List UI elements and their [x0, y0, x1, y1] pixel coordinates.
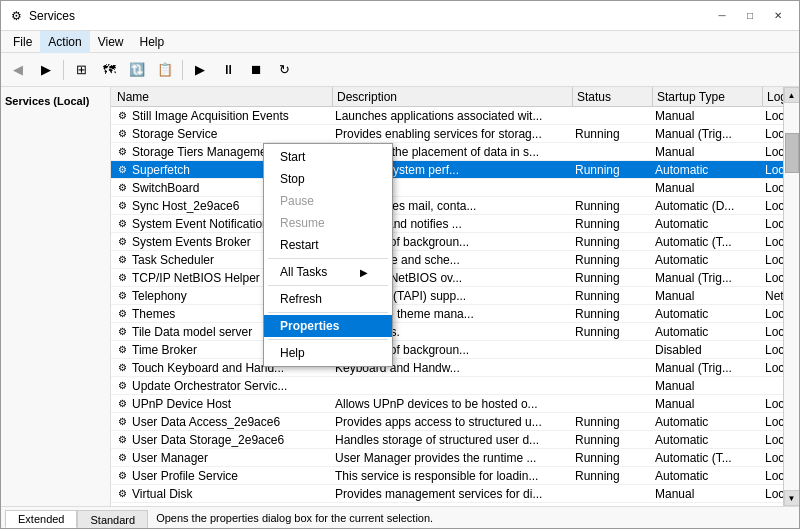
status-bar: Extended Standard Opens the properties d…: [1, 506, 799, 528]
table-row[interactable]: ⚙ TCP/IP NetBIOS Helper ort for the NetB…: [111, 269, 783, 287]
table-row[interactable]: ⚙ Time Broker execution of backgroun... …: [111, 341, 783, 359]
toolbar-stop-button[interactable]: ⏹: [243, 57, 269, 83]
table-row[interactable]: ⚙ Virtual Disk Provides management servi…: [111, 485, 783, 503]
col-desc[interactable]: Description: [333, 87, 573, 106]
scroll-thumb[interactable]: [785, 133, 799, 173]
cell-status: Running: [571, 287, 651, 304]
table-row[interactable]: ⚙ User Profile Service This service is r…: [111, 467, 783, 485]
context-menu-separator: [268, 258, 388, 259]
context-menu-item-stop[interactable]: Stop: [264, 168, 392, 190]
cell-logon: Local Syste...: [761, 161, 783, 178]
context-menu-separator: [268, 339, 388, 340]
toolbar-refresh-button[interactable]: 🔃: [124, 57, 150, 83]
cell-name: ⚙ Still Image Acquisition Events: [111, 107, 331, 124]
scroll-up-arrow[interactable]: ▲: [784, 87, 800, 103]
service-icon: ⚙: [115, 379, 129, 393]
table-row[interactable]: ⚙ Tile Data model server tile updates. R…: [111, 323, 783, 341]
menu-action[interactable]: Action: [40, 31, 89, 53]
table-row[interactable]: ⚙ Sync Host_2e9ace6 synchronizes mail, c…: [111, 197, 783, 215]
service-icon: ⚙: [115, 433, 129, 447]
cell-startup: Manual: [651, 287, 761, 304]
table-row[interactable]: ⚙ Still Image Acquisition Events Launche…: [111, 107, 783, 125]
cell-logon: Local Syste...: [761, 107, 783, 124]
table-row[interactable]: ⚙ UPnP Device Host Allows UPnP devices t…: [111, 395, 783, 413]
cell-startup: Manual: [651, 377, 761, 394]
context-menu-item-restart[interactable]: Restart: [264, 234, 392, 256]
col-name[interactable]: Name: [113, 87, 333, 106]
table-row[interactable]: ⚙ Storage Tiers Management Optimizes the…: [111, 143, 783, 161]
tab-extended[interactable]: Extended: [5, 510, 77, 528]
table-scroll[interactable]: ⚙ Still Image Acquisition Events Launche…: [111, 107, 783, 506]
cell-logon: Local Syste...: [761, 431, 783, 448]
table-row[interactable]: ⚙ Task Scheduler to configure and sche..…: [111, 251, 783, 269]
toolbar-play-button[interactable]: ▶: [187, 57, 213, 83]
cell-logon: Local Syste...: [761, 179, 783, 196]
cell-startup: Automatic (T...: [651, 233, 761, 250]
context-menu-item-all-tasks[interactable]: All Tasks▶: [264, 261, 392, 283]
right-scrollbar[interactable]: ▲ ▼: [783, 87, 799, 506]
scroll-down-arrow[interactable]: ▼: [784, 490, 800, 506]
table-row[interactable]: ⚙ Update Orchestrator Servic... Manual: [111, 377, 783, 395]
toolbar-back-button[interactable]: ◀: [5, 57, 31, 83]
cell-desc: User Manager provides the runtime ...: [331, 449, 571, 466]
cell-startup: Disabled: [651, 341, 761, 358]
menu-file[interactable]: File: [5, 31, 40, 53]
cell-startup: Automatic: [651, 323, 761, 340]
cell-status: [571, 341, 651, 358]
context-menu-item-refresh[interactable]: Refresh: [264, 288, 392, 310]
cell-logon: [761, 377, 783, 394]
table-row[interactable]: ⚙ Superfetch improves system perf... Run…: [111, 161, 783, 179]
context-menu-item-help[interactable]: Help: [264, 342, 392, 364]
table-row[interactable]: ⚙ System Event Notification m events and…: [111, 215, 783, 233]
cell-status: Running: [571, 161, 651, 178]
left-panel-title: Services (Local): [5, 95, 106, 107]
cell-startup: Automatic: [651, 215, 761, 232]
cell-startup: Manual: [651, 107, 761, 124]
cell-status: [571, 107, 651, 124]
maximize-button[interactable]: □: [737, 6, 763, 26]
table-row[interactable]: ⚙ User Manager User Manager provides the…: [111, 449, 783, 467]
table-row[interactable]: ⚙ User Data Access_2e9ace6 Provides apps…: [111, 413, 783, 431]
tab-standard[interactable]: Standard: [77, 510, 148, 528]
table-row[interactable]: ⚙ SwitchBoard Manual Local Syste...: [111, 179, 783, 197]
cell-startup: Automatic: [651, 161, 761, 178]
context-menu-item-start[interactable]: Start: [264, 146, 392, 168]
table-row[interactable]: ⚙ Touch Keyboard and Hand... Keyboard an…: [111, 359, 783, 377]
cell-startup: Manual: [651, 179, 761, 196]
context-menu-item-pause: Pause: [264, 190, 392, 212]
toolbar-up-button[interactable]: ⊞: [68, 57, 94, 83]
table-row[interactable]: ⚙ System Events Broker execution of back…: [111, 233, 783, 251]
table-row[interactable]: ⚙ Volume Shadow Copy Manages and impleme…: [111, 503, 783, 506]
cell-status: Running: [571, 449, 651, 466]
cell-logon: Local Syste...: [761, 449, 783, 466]
cell-name: ⚙ User Data Access_2e9ace6: [111, 413, 331, 430]
table-row[interactable]: ⚙ User Data Storage_2e9ace6 Handles stor…: [111, 431, 783, 449]
col-startup[interactable]: Startup Type: [653, 87, 763, 106]
toolbar-forward-button[interactable]: ▶: [33, 57, 59, 83]
toolbar-map-button[interactable]: 🗺: [96, 57, 122, 83]
cell-desc: Provides apps access to structured u...: [331, 413, 571, 430]
col-status[interactable]: Status: [573, 87, 653, 106]
table-row[interactable]: ⚙ Telephony phony API (TAPI) supp... Run…: [111, 287, 783, 305]
cell-startup: Automatic: [651, 251, 761, 268]
cell-status: Running: [571, 467, 651, 484]
cell-desc: Allows UPnP devices to be hosted o...: [331, 395, 571, 412]
cell-status: [571, 485, 651, 502]
cell-status: [571, 395, 651, 412]
toolbar-export-button[interactable]: 📋: [152, 57, 178, 83]
menu-help[interactable]: Help: [132, 31, 173, 53]
cell-status: Running: [571, 251, 651, 268]
service-icon: ⚙: [115, 505, 129, 507]
menu-view[interactable]: View: [90, 31, 132, 53]
toolbar-restart-button[interactable]: ↻: [271, 57, 297, 83]
context-menu-item-properties[interactable]: Properties: [264, 315, 392, 337]
minimize-button[interactable]: ─: [709, 6, 735, 26]
table-row[interactable]: ⚙ Themes experience theme mana... Runnin…: [111, 305, 783, 323]
toolbar-pause-button[interactable]: ⏸: [215, 57, 241, 83]
services-window: ⚙ Services ─ □ ✕ File Action View Help ◀…: [0, 0, 800, 529]
table-row[interactable]: ⚙ Storage Service Provides enabling serv…: [111, 125, 783, 143]
close-button[interactable]: ✕: [765, 6, 791, 26]
service-icon: ⚙: [115, 415, 129, 429]
cell-startup: Automatic: [651, 305, 761, 322]
col-logon[interactable]: Log On As: [763, 87, 783, 106]
